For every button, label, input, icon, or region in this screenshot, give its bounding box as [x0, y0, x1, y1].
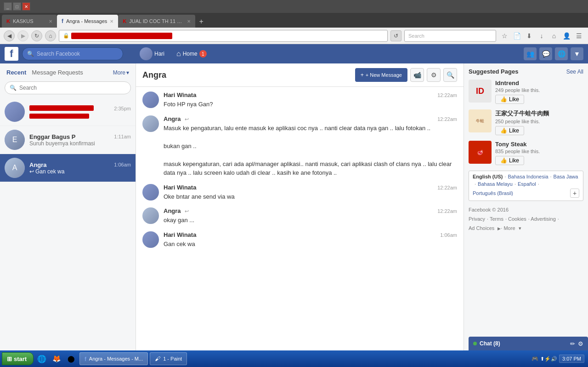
bookmarks-icon[interactable]: ☆ [499, 30, 510, 41]
facebook-search-box[interactable]: 🔍 Search Facebook [22, 47, 123, 60]
browser-search-box[interactable]: Search [404, 30, 496, 42]
search-chat-btn[interactable]: 🔍 [443, 68, 457, 82]
taskbar-ff-icon[interactable]: 🦊 [50, 352, 63, 365]
msg-content-redacted1: 2:35pm [29, 105, 131, 119]
maximize-btn[interactable]: □ [13, 2, 21, 11]
reload-button[interactable]: ↻ [31, 30, 42, 41]
chat-compose-btn[interactable]: ✏ [570, 340, 575, 347]
footer-terms[interactable]: Terms [490, 216, 503, 222]
taskbar-app-fb[interactable]: f Angra - Messages - M... [79, 352, 148, 365]
message-item-redacted1[interactable]: 2:35pm [0, 98, 136, 126]
video-call-btn[interactable]: 📹 [410, 68, 424, 82]
minimize-btn[interactable]: _ [4, 2, 12, 11]
new-tab-button[interactable]: + [195, 16, 207, 28]
user-icon[interactable]: 👤 [561, 30, 572, 41]
chat-message-5: Hari Winata 1:06am Gan cek wa [142, 231, 457, 249]
friends-icon[interactable]: 👥 [524, 47, 537, 60]
taskbar-ie-icon[interactable]: 🌐 [35, 352, 48, 365]
chat-panel-title[interactable]: Chat (8) [473, 340, 500, 347]
message-item-angra[interactable]: A Angra 1:06am ↩ Gan cek wa [0, 154, 136, 182]
chat-avatar-hari3 [142, 184, 159, 201]
add-language-btn[interactable]: + [570, 189, 579, 198]
new-message-button[interactable]: + + New Message [355, 68, 407, 82]
lang-basa-jawa[interactable]: Basa Jawa [554, 174, 578, 179]
tray-steam-icon[interactable]: 🎮 [531, 356, 538, 362]
chevron-down-icon: ▾ [126, 69, 129, 76]
chat-message-4: Angra ↩ 12:22am okay gan ... [142, 207, 457, 225]
facebook-navbar: f 🔍 Search Facebook Hari ⌂ Home 1 👥 💬 🌐 … [0, 44, 588, 63]
taskbar-fb-label: Angra - Messages - M... [89, 356, 143, 361]
like-btn-wang[interactable]: 👍 Like [495, 126, 524, 135]
back-button[interactable]: ◀ [4, 30, 15, 41]
language-current[interactable]: English (US) [473, 174, 503, 179]
page-likes-wang: 250 people like this. [495, 119, 583, 124]
reply-indicator-2: ↩ [185, 116, 189, 122]
lang-bahasa-melayu[interactable]: Bahasa Melayu [478, 181, 513, 187]
tab-kaskus[interactable]: K KASKUS ✕ [2, 15, 57, 28]
lang-bahasa-indonesia[interactable]: Bahasa Indonesia [508, 174, 548, 179]
chat-area: Angra + + New Message 📹 ⚙ 🔍 Hari Winata … [136, 63, 464, 367]
chat-msg-header-4: Angra ↩ 12:22am [164, 207, 457, 214]
like-btn-idntrend[interactable]: 👍 Like [495, 95, 524, 104]
footer-more[interactable]: More [503, 225, 515, 231]
tab-jual[interactable]: K JUAL ID COC TH 11 MAX , JA... ✕ [118, 15, 195, 28]
footer-advertising[interactable]: Advertising [531, 216, 555, 222]
download-icon[interactable]: ↓ [536, 30, 547, 41]
home-nav-icon[interactable]: ⌂ [548, 30, 560, 41]
window-controls[interactable]: _ □ ✕ [4, 2, 30, 11]
like-btn-tony[interactable]: 👍 Like [495, 156, 524, 165]
tab-recent[interactable]: Recent [6, 69, 26, 76]
lang-portugues[interactable]: Português (Brasil) [473, 190, 513, 196]
lang-espanol[interactable]: Español [518, 181, 536, 187]
tab-kaskus-favicon: K [6, 18, 10, 24]
fb-avatar-nav[interactable]: Hari [136, 46, 168, 62]
page-name-idntrend: Idntrend [495, 80, 583, 86]
close-btn[interactable]: ✕ [22, 2, 30, 11]
footer-cookies[interactable]: Cookies [508, 216, 526, 222]
messages-icon[interactable]: 💬 [539, 47, 552, 60]
fb-nav-right: 👥 💬 🌐 ▼ [524, 47, 583, 60]
pocket-icon[interactable]: ⬇ [524, 30, 535, 41]
taskbar-time-display: 3:07 PM [562, 356, 581, 361]
refresh-button[interactable]: ↺ [390, 30, 401, 41]
footer-ad-choices[interactable]: Ad Choices [469, 225, 494, 231]
tab-fb-messages[interactable]: f Angra - Messages ✕ [57, 15, 118, 28]
see-all-btn[interactable]: See All [566, 69, 583, 75]
start-label: start [14, 356, 27, 362]
sidebar-more-label: More [113, 69, 125, 76]
thumbs-up-icon-wang: 👍 [500, 127, 507, 134]
globe-icon[interactable]: 🌐 [555, 47, 568, 60]
menu-icon[interactable]: ☰ [573, 30, 584, 41]
msg-name-angra: Angra [29, 161, 47, 168]
tab-kaskus-close[interactable]: ✕ [49, 19, 52, 24]
forward-button[interactable]: ▶ [17, 30, 28, 41]
tab-fb-close[interactable]: ✕ [110, 19, 113, 24]
msg-name-redacted1 [29, 105, 94, 112]
settings-btn[interactable]: ⚙ [427, 68, 441, 82]
start-button[interactable]: ⊞ start [2, 352, 34, 365]
taskbar-chrome-icon[interactable]: ⬤ [65, 352, 78, 365]
footer-privacy[interactable]: Privacy [469, 216, 485, 222]
footer-links-2: Ad Choices ▶· More ▾ [469, 224, 583, 233]
account-icon[interactable]: ▼ [571, 47, 583, 60]
tab-message-requests[interactable]: Message Requests [32, 69, 83, 76]
thumbs-up-icon-tony: 👍 [500, 157, 507, 164]
taskbar-fb-icon: f [85, 356, 86, 362]
tab-jual-close[interactable]: ✕ [187, 19, 191, 24]
reader-icon[interactable]: 📄 [511, 30, 522, 41]
chat-settings-btn[interactable]: ⚙ [578, 340, 583, 347]
sidebar-more-btn[interactable]: More ▾ [113, 69, 129, 76]
language-selector: English (US) · Bahasa Indonesia · Basa J… [469, 171, 583, 201]
thumbs-up-icon: 👍 [500, 96, 507, 103]
taskbar-app-paint[interactable]: 🖌 1 - Paint [150, 352, 187, 365]
tab-jual-favicon: K [123, 18, 126, 24]
sidebar-header: Recent Message Requests More ▾ [0, 63, 136, 80]
message-item-enggar[interactable]: E Enggar Bagus P 1:11am Suruh buyernya k… [0, 126, 136, 154]
url-bar[interactable]: 🔒 [59, 30, 388, 42]
sidebar-search-box[interactable]: 🔍 [5, 81, 131, 94]
chat-msg-text-1: Foto HP nya Gan? [164, 100, 457, 109]
tray-icons: ⬆⚡🔊 [540, 356, 557, 362]
home-button[interactable]: ⌂ [45, 30, 56, 41]
nav-home[interactable]: ⌂ Home 1 [173, 48, 210, 60]
sidebar-search-input[interactable] [19, 85, 126, 91]
